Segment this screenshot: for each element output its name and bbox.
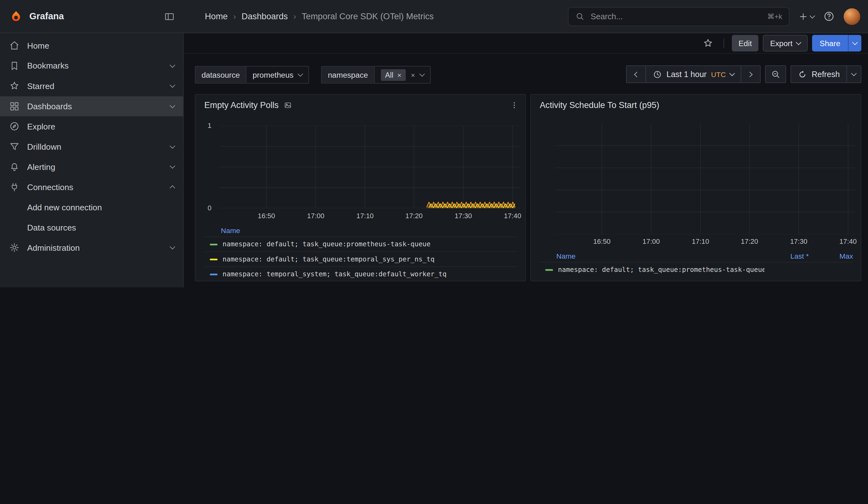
legend-series-marker [210,244,218,245]
datasource-variable-value: prometheus [252,70,293,79]
time-range-group: Last 1 hour UTC [626,65,761,83]
x-tick-label: 17:20 [405,212,423,220]
share-button[interactable]: Share [812,35,848,51]
legend-row[interactable]: namespace: temporal_system; task_queue:d… [204,267,518,281]
zoom-out-button[interactable] [765,65,786,83]
search-input[interactable] [590,11,762,21]
clock-icon [653,70,662,79]
sidebar-item-administration[interactable]: Administration [0,237,183,258]
plug-icon [9,182,20,193]
export-button[interactable]: Export [763,35,807,51]
x-tick-label: 17:10 [692,237,709,245]
legend-series-label: namespace: default; task_queue:prometheu… [558,266,764,274]
chevron-down-icon [170,163,175,169]
breadcrumb-separator: › [293,12,296,21]
y-axis-labels: 01 [195,126,215,208]
namespace-selected-value: All [385,71,393,79]
legend-last-header[interactable]: Last * [764,252,809,260]
chart-plot-area[interactable] [555,123,855,234]
legend-row[interactable]: namespace: default; task_queue:prometheu… [540,262,853,277]
chevron-down-icon [796,40,801,45]
legend-max-header[interactable]: Max [822,252,853,260]
help-button[interactable] [823,10,835,22]
sidebar-item-alerting[interactable]: Alerting [0,157,183,177]
sidebar-item-label: Bookmarks [27,61,69,70]
new-button[interactable] [798,11,814,21]
x-tick-label: 17:10 [356,212,374,220]
sidebar-item-label: Explore [27,122,55,131]
star-icon [9,81,20,92]
sidebar-item-explore[interactable]: Explore [0,116,183,136]
compass-icon [9,121,20,132]
grafana-logo-icon[interactable] [9,9,23,24]
time-shift-back-button[interactable] [627,66,645,83]
x-tick-label: 16:50 [258,212,275,220]
panel-title[interactable]: Activity Schedule To Start (p95) [540,100,659,110]
sidebar-item-label: Alerting [27,162,55,172]
legend-header: Name [204,224,518,237]
datasource-variable-select[interactable]: prometheus [246,66,309,84]
legend-name-header[interactable]: Name [221,226,518,234]
sidebar-item-data-sources[interactable]: Data sources [0,217,183,237]
refresh-interval-caret[interactable] [847,66,861,83]
sidebar-item-drilldown[interactable]: Drilldown [0,136,183,157]
y-tick-label: 1 [208,122,211,130]
sidebar-item-dashboards[interactable]: Dashboards [0,96,183,116]
drilldown-icon [9,141,20,152]
bookmark-icon [9,60,20,71]
panel-menu-kebab-icon[interactable] [509,100,520,111]
legend-row[interactable]: namespace: default; task_queue:temporal_… [204,251,518,266]
template-variables-row: datasource prometheus namespace All × × [195,65,431,84]
search-box[interactable]: ⌘+k [568,7,789,26]
sidebar-item-label: Drilldown [27,142,61,151]
time-range-button[interactable]: Last 1 hour UTC [646,66,741,83]
refresh-group: Refresh [790,65,861,83]
sidebar-item-label: Administration [27,243,80,252]
sidebar-toggle-icon[interactable] [164,11,175,22]
sidebar-item-starred[interactable]: Starred [0,76,183,96]
sidebar-item-home[interactable]: Home [0,35,183,55]
remove-value-icon[interactable]: × [397,71,402,78]
panel-activity-schedule-to-start: Activity Schedule To Start (p95) 16:5017… [530,94,861,281]
chevron-left-icon [634,71,640,77]
x-tick-label: 17:00 [307,212,324,220]
chart-plot-area[interactable] [219,126,520,208]
clear-all-icon[interactable]: × [411,71,415,78]
breadcrumb-home[interactable]: Home [205,11,228,21]
share-button-group: Share [812,35,861,51]
sidebar-item-label: Starred [27,81,54,91]
chevron-down-icon [170,103,175,108]
search-shortcut-hint: ⌘+k [767,12,783,21]
user-avatar[interactable] [844,8,860,25]
legend-name-header[interactable]: Name [557,252,764,260]
sidebar-item-add-new-connection[interactable]: Add new connection [0,197,183,217]
search-icon [575,12,585,21]
namespace-selected-pill[interactable]: All × [381,69,406,81]
legend-series-marker [210,274,218,275]
navbar-left: Grafana [0,9,184,24]
namespace-variable-select[interactable]: All × × [374,66,431,84]
panel-image-icon[interactable] [284,101,292,110]
x-tick-label: 17:00 [643,237,660,245]
chevron-down-icon [170,82,175,88]
panel-title[interactable]: Empty Activity Polls [204,100,279,110]
legend-series-marker [545,269,553,270]
time-range-label: Last 1 hour [666,70,707,79]
breadcrumb-dashboards[interactable]: Dashboards [241,11,288,21]
refresh-button[interactable]: Refresh [791,66,847,83]
x-tick-label: 16:50 [593,237,610,245]
favorite-star-button[interactable] [700,35,716,51]
chevron-up-icon [170,185,175,191]
sidebar-item-connections[interactable]: Connections [0,177,183,197]
refresh-icon [798,70,807,79]
time-shift-forward-button[interactable] [742,66,761,83]
legend-row[interactable]: namespace: default; task_queue:prometheu… [204,237,518,251]
refresh-label: Refresh [812,70,840,79]
timezone-label: UTC [711,70,726,78]
sidebar-item-bookmarks[interactable]: Bookmarks [0,55,183,76]
breadcrumb-separator: › [233,12,236,21]
share-options-caret[interactable] [848,35,861,51]
edit-button[interactable]: Edit [732,35,758,51]
datasource-variable-label: datasource [195,66,246,84]
legend-header: Name Last * Max [540,250,853,262]
